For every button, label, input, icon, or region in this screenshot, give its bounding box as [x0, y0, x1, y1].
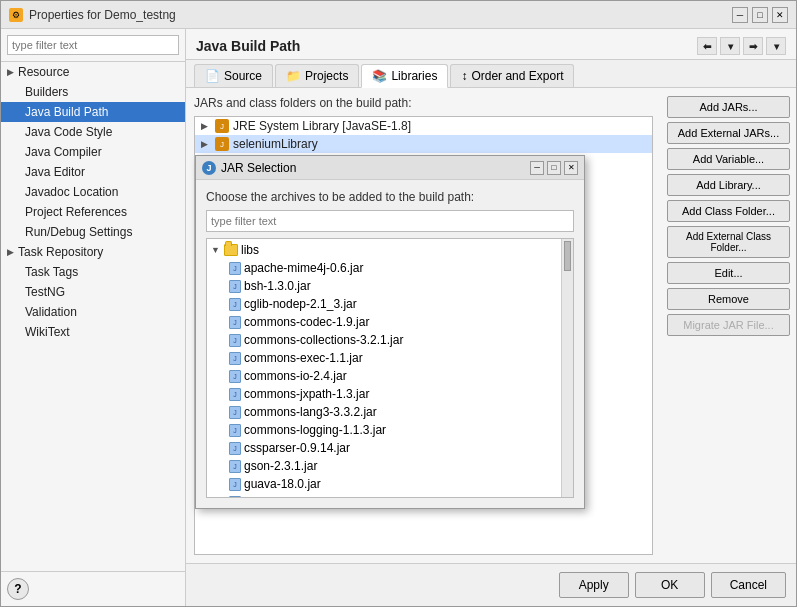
- sidebar-item-java-compiler[interactable]: Java Compiler: [1, 142, 185, 162]
- tree-item-libs-folder[interactable]: ▼ libs: [207, 241, 561, 259]
- right-buttons-panel: Add JARs... Add External JARs... Add Var…: [661, 88, 796, 563]
- sidebar-item-label: Javadoc Location: [25, 185, 118, 199]
- tree-expand-icon: ▼: [211, 245, 221, 255]
- dialog-scrollbar[interactable]: [561, 239, 573, 497]
- remove-button[interactable]: Remove: [667, 288, 790, 310]
- maximize-button[interactable]: □: [752, 7, 768, 23]
- dialog-description: Choose the archives to be added to the b…: [206, 190, 574, 204]
- sidebar-item-wikitext[interactable]: WikiText: [1, 322, 185, 342]
- jar-file-icon: J: [229, 478, 241, 491]
- jar-file-icon: J: [229, 334, 241, 347]
- jar-item-selenium[interactable]: ▶ J seleniumLibrary: [195, 135, 652, 153]
- sidebar-filter-input[interactable]: [7, 35, 179, 55]
- sidebar-item-label: Task Repository: [18, 245, 103, 259]
- dialog-controls[interactable]: ─ □ ✕: [530, 161, 578, 175]
- sidebar-item-validation[interactable]: Validation: [1, 302, 185, 322]
- titlebar: ⚙ Properties for Demo_testng ─ □ ✕: [1, 1, 796, 29]
- add-external-jars-button[interactable]: Add External JARs...: [667, 122, 790, 144]
- sidebar-item-testng[interactable]: TestNG: [1, 282, 185, 302]
- panel-title: Java Build Path: [196, 38, 300, 54]
- tree-file-label: commons-collections-3.2.1.jar: [244, 333, 403, 347]
- dialog-tree[interactable]: ▼ libs J apache-mime4j-0.6.jar J bsh-1.3…: [206, 238, 574, 498]
- sidebar-item-builders[interactable]: Builders: [1, 82, 185, 102]
- tab-libraries[interactable]: 📚 Libraries: [361, 64, 448, 88]
- sidebar-item-java-build-path[interactable]: Java Build Path: [1, 102, 185, 122]
- tree-item-jar-9[interactable]: J commons-logging-1.1.3.jar: [207, 421, 561, 439]
- tree-item-jar-2[interactable]: J cglib-nodep-2.1_3.jar: [207, 295, 561, 313]
- tree-item-jar-7[interactable]: J commons-jxpath-1.3.jar: [207, 385, 561, 403]
- tree-file-label: apache-mime4j-0.6.jar: [244, 261, 363, 275]
- jar-item-jre[interactable]: ▶ J JRE System Library [JavaSE-1.8]: [195, 117, 652, 135]
- sidebar-item-run-debug-settings[interactable]: Run/Debug Settings: [1, 222, 185, 242]
- tree-item-jar-1[interactable]: J bsh-1.3.0.jar: [207, 277, 561, 295]
- add-variable-button[interactable]: Add Variable...: [667, 148, 790, 170]
- add-library-button[interactable]: Add Library...: [667, 174, 790, 196]
- sidebar-item-label: Project References: [25, 205, 127, 219]
- tab-label: Libraries: [391, 69, 437, 83]
- jar-name-label: seleniumLibrary: [233, 137, 318, 151]
- tab-source[interactable]: 📄 Source: [194, 64, 273, 87]
- tree-item-jar-3[interactable]: J commons-codec-1.9.jar: [207, 313, 561, 331]
- tab-projects[interactable]: 📁 Projects: [275, 64, 359, 87]
- tab-label: Source: [224, 69, 262, 83]
- tree-file-label: commons-codec-1.9.jar: [244, 315, 369, 329]
- tree-item-jar-6[interactable]: J commons-io-2.4.jar: [207, 367, 561, 385]
- menu-button[interactable]: ▾: [766, 37, 786, 55]
- sidebar-item-task-repository[interactable]: ▶ Task Repository: [1, 242, 185, 262]
- tree-item-jar-13[interactable]: J hamcrest-core-1.3.jar: [207, 493, 561, 498]
- jar-name-label: JRE System Library [JavaSE-1.8]: [233, 119, 411, 133]
- close-button[interactable]: ✕: [772, 7, 788, 23]
- order-export-tab-icon: ↕: [461, 69, 467, 83]
- dialog-filter-input[interactable]: [206, 210, 574, 232]
- sidebar-item-javadoc-location[interactable]: Javadoc Location: [1, 182, 185, 202]
- jar-selection-dialog[interactable]: J JAR Selection ─ □ ✕ Choose the archive…: [195, 155, 585, 509]
- titlebar-controls[interactable]: ─ □ ✕: [732, 7, 788, 23]
- sidebar-item-label: Java Compiler: [25, 145, 102, 159]
- dialog-close-button[interactable]: ✕: [564, 161, 578, 175]
- dialog-body: Choose the archives to be added to the b…: [196, 180, 584, 508]
- window-icon: ⚙: [9, 8, 23, 22]
- cancel-button[interactable]: Cancel: [711, 572, 786, 598]
- forward-button[interactable]: ➡: [743, 37, 763, 55]
- tree-item-jar-4[interactable]: J commons-collections-3.2.1.jar: [207, 331, 561, 349]
- expand-arrow-icon: ▶: [7, 67, 14, 77]
- tree-item-jar-10[interactable]: J cssparser-0.9.14.jar: [207, 439, 561, 457]
- dialog-maximize-button[interactable]: □: [547, 161, 561, 175]
- tab-label: Projects: [305, 69, 348, 83]
- add-external-class-folder-button[interactable]: Add External Class Folder...: [667, 226, 790, 258]
- jar-file-icon: J: [229, 298, 241, 311]
- sidebar-item-label: Builders: [25, 85, 68, 99]
- dropdown-arrow-button[interactable]: ▾: [720, 37, 740, 55]
- panel-header: Java Build Path ⬅ ▾ ➡ ▾: [186, 29, 796, 60]
- ok-button[interactable]: OK: [635, 572, 705, 598]
- tree-item-jar-11[interactable]: J gson-2.3.1.jar: [207, 457, 561, 475]
- scrollbar-thumb[interactable]: [564, 241, 571, 271]
- sidebar-item-label: TestNG: [25, 285, 65, 299]
- projects-tab-icon: 📁: [286, 69, 301, 83]
- expand-icon: ▶: [201, 139, 211, 149]
- tree-item-jar-0[interactable]: J apache-mime4j-0.6.jar: [207, 259, 561, 277]
- tree-item-jar-12[interactable]: J guava-18.0.jar: [207, 475, 561, 493]
- sidebar-item-task-tags[interactable]: Task Tags: [1, 262, 185, 282]
- minimize-button[interactable]: ─: [732, 7, 748, 23]
- sidebar-item-project-references[interactable]: Project References: [1, 202, 185, 222]
- sidebar-item-label: Task Tags: [25, 265, 78, 279]
- back-button[interactable]: ⬅: [697, 37, 717, 55]
- dialog-minimize-button[interactable]: ─: [530, 161, 544, 175]
- add-jars-button[interactable]: Add JARs...: [667, 96, 790, 118]
- sidebar-item-resource[interactable]: ▶ Resource: [1, 62, 185, 82]
- add-class-folder-button[interactable]: Add Class Folder...: [667, 200, 790, 222]
- tree-file-label: hamcrest-core-1.3.jar: [244, 495, 358, 498]
- jar-file-icon: J: [229, 262, 241, 275]
- tree-item-jar-8[interactable]: J commons-lang3-3.3.2.jar: [207, 403, 561, 421]
- help-button[interactable]: ?: [7, 578, 29, 600]
- tree-item-jar-5[interactable]: J commons-exec-1.1.jar: [207, 349, 561, 367]
- migrate-jar-button[interactable]: Migrate JAR File...: [667, 314, 790, 336]
- tab-order-export[interactable]: ↕ Order and Export: [450, 64, 574, 87]
- sidebar: ▶ Resource Builders Java Build Path Java…: [1, 29, 186, 606]
- dialog-tree-list: ▼ libs J apache-mime4j-0.6.jar J bsh-1.3…: [207, 239, 561, 497]
- sidebar-item-java-code-style[interactable]: Java Code Style: [1, 122, 185, 142]
- edit-button[interactable]: Edit...: [667, 262, 790, 284]
- apply-button[interactable]: Apply: [559, 572, 629, 598]
- sidebar-item-java-editor[interactable]: Java Editor: [1, 162, 185, 182]
